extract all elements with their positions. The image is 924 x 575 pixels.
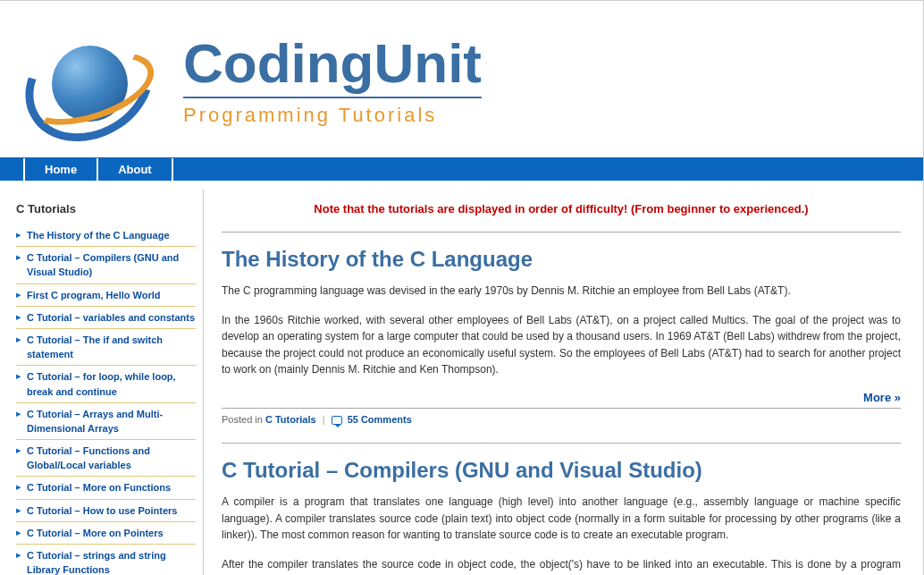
article-paragraph: After the compiler translates the source… — [222, 556, 901, 575]
sidebar-item: C Tutorial – variables and constants — [16, 307, 196, 329]
article-meta: Posted in C Tutorials | 55 Comments — [222, 408, 901, 443]
sidebar-link[interactable]: C Tutorial – The if and switch statement — [27, 334, 163, 359]
posted-in-label: Posted in — [222, 414, 263, 425]
more-link[interactable]: More » — [863, 391, 901, 404]
sidebar: C Tutorials The History of the C Languag… — [16, 190, 204, 575]
sidebar-link[interactable]: C Tutorial – How to use Pointers — [27, 505, 177, 516]
sidebar-item: C Tutorial – strings and string Library … — [16, 545, 196, 575]
sidebar-item: C Tutorial – for loop, while loop, break… — [16, 366, 196, 402]
sidebar-link[interactable]: C Tutorial – Functions and Global/Local … — [27, 445, 150, 470]
article-paragraph: In the 1960s Ritchie worked, with severa… — [222, 312, 901, 378]
sidebar-link[interactable]: First C program, Hello World — [27, 290, 161, 300]
nav-about[interactable]: About — [98, 158, 173, 181]
main-content: Note that the tutorials are displayed in… — [222, 190, 901, 575]
sidebar-item: First C program, Hello World — [16, 284, 196, 307]
sidebar-link[interactable]: C Tutorial – variables and constants — [27, 312, 195, 323]
sidebar-item: C Tutorial – More on Functions — [16, 477, 196, 499]
article-paragraph: The C programming language was devised i… — [222, 283, 901, 300]
article-paragraph: A compiler is a program that translates … — [222, 494, 901, 544]
sidebar-list: The History of the C LanguageC Tutorial … — [16, 224, 196, 575]
article-block: The History of the C Language The C prog… — [222, 232, 901, 404]
sidebar-item: C Tutorial – Functions and Global/Local … — [16, 440, 196, 477]
site-title: CodingUnit — [183, 36, 482, 98]
site-subtitle: Programming Tutorials — [183, 104, 482, 127]
sidebar-heading: C Tutorials — [16, 202, 196, 216]
sidebar-item: C Tutorial – Arrays and Multi-Dimensiona… — [16, 403, 196, 440]
sidebar-link[interactable]: C Tutorial – More on Pointers — [27, 528, 164, 538]
sidebar-item: The History of the C Language — [16, 224, 196, 247]
separator: | — [323, 414, 325, 425]
sidebar-item: C Tutorial – The if and switch statement — [16, 329, 196, 366]
sidebar-link[interactable]: The History of the C Language — [27, 230, 170, 241]
category-link[interactable]: C Tutorials — [265, 414, 316, 425]
sidebar-item: C Tutorial – More on Pointers — [16, 522, 196, 545]
site-logo[interactable] — [18, 14, 161, 148]
article-title-link[interactable]: C Tutorial – Compilers (GNU and Visual S… — [222, 458, 702, 482]
article-title-link[interactable]: The History of the C Language — [222, 247, 533, 271]
sidebar-link[interactable]: C Tutorial – Compilers (GNU and Visual S… — [27, 252, 179, 277]
sidebar-item: C Tutorial – How to use Pointers — [16, 500, 196, 522]
sidebar-link[interactable]: C Tutorial – More on Functions — [27, 482, 171, 493]
sidebar-link[interactable]: C Tutorial – strings and string Library … — [27, 550, 166, 575]
sidebar-link[interactable]: C Tutorial – Arrays and Multi-Dimensiona… — [27, 409, 163, 434]
main-nav: Home About — [0, 157, 923, 181]
site-header: CodingUnit Programming Tutorials — [0, 1, 923, 157]
article-block: C Tutorial – Compilers (GNU and Visual S… — [222, 443, 901, 575]
sidebar-link[interactable]: C Tutorial – for loop, while loop, break… — [27, 371, 176, 396]
comment-icon — [332, 416, 342, 425]
logo-text: CodingUnit Programming Tutorials — [183, 36, 482, 127]
sidebar-item: C Tutorial – Compilers (GNU and Visual S… — [16, 247, 196, 283]
nav-home[interactable]: Home — [23, 158, 98, 181]
comments-link[interactable]: 55 Comments — [348, 414, 412, 425]
difficulty-notice: Note that the tutorials are displayed in… — [222, 202, 901, 216]
